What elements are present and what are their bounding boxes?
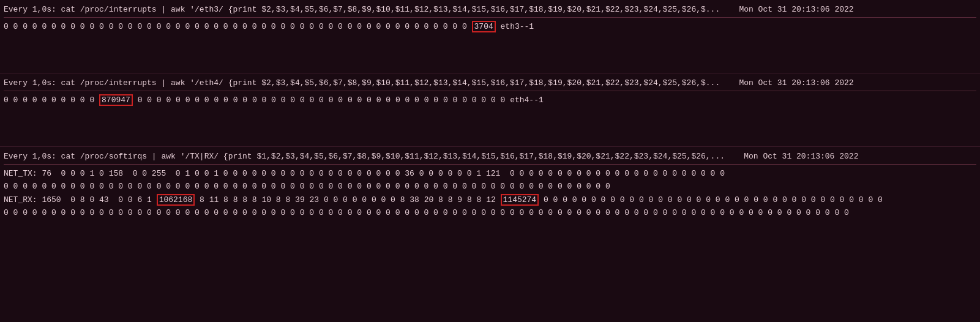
eth3-prefix: 0 0 0 0 0 0 0 0 0 0 0 0 0 0 0 0 0 0 0 0 …	[4, 22, 472, 31]
eth3-highlight-value: 3704	[472, 21, 496, 32]
eth4-prefix: 0 0 0 0 0 0 0 0 0 0	[4, 95, 99, 105]
eth4-suffix: 0 0 0 0 0 0 0 0 0 0 0 0 0 0 0 0 0 0 0 0 …	[133, 95, 544, 105]
eth4-data-line: 0 0 0 0 0 0 0 0 0 0 870947 0 0 0 0 0 0 0…	[4, 94, 976, 107]
net-rx-suffix: 0 0 0 0 0 0 0 0 0 0 0 0 0 0 0 0 0 0 0 0 …	[539, 195, 883, 204]
eth3-watch-block: Every 1,0s: cat /proc/interrupts | awk '…	[0, 0, 980, 73]
net-rx-highlight1: 1062168	[157, 194, 195, 206]
net-rx-prefix: NET_RX: 1650 0 8 0 43 0 0 6 1	[4, 195, 157, 204]
softirqs-header: Every 1,0s: cat /proc/softirqs | awk '/T…	[4, 149, 976, 165]
eth3-data-line: 0 0 0 0 0 0 0 0 0 0 0 0 0 0 0 0 0 0 0 0 …	[4, 20, 976, 34]
eth4-watch-block: Every 1,0s: cat /proc/interrupts | awk '…	[0, 73, 980, 147]
eth4-empty-space	[4, 107, 976, 140]
eth4-highlight-value: 870947	[99, 94, 133, 106]
net-tx-continuation: 0 0 0 0 0 0 0 0 0 0 0 0 0 0 0 0 0 0 0 0 …	[4, 180, 976, 193]
net-rx-middle: 8 11 8 8 8 8 10 8 8 39 23 0 0 0 0 0 0 0 …	[195, 195, 500, 204]
softirqs-watch-block: Every 1,0s: cat /proc/softirqs | awk '/T…	[0, 147, 980, 225]
eth3-suffix: eth3--1	[496, 22, 534, 31]
net-tx-line: NET_TX: 76 0 0 0 1 0 158 0 0 255 0 1 0 0…	[4, 167, 976, 181]
net-rx-highlight2: 1145274	[501, 194, 539, 206]
net-rx-continuation: 0 0 0 0 0 0 0 0 0 0 0 0 0 0 0 0 0 0 0 0 …	[4, 206, 976, 220]
eth4-header: Every 1,0s: cat /proc/interrupts | awk '…	[4, 76, 976, 91]
terminal: Every 1,0s: cat /proc/interrupts | awk '…	[0, 0, 980, 322]
net-rx-line: NET_RX: 1650 0 8 0 43 0 0 6 1 1062168 8 …	[4, 193, 976, 207]
eth3-empty-space	[4, 33, 976, 67]
eth3-header: Every 1,0s: cat /proc/interrupts | awk '…	[4, 2, 976, 18]
